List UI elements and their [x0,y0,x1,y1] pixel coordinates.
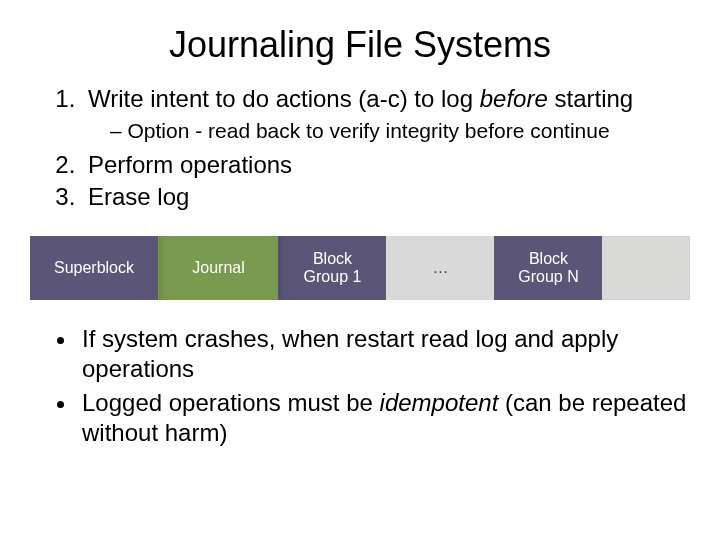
list-item-1-sub: Option - read back to verify integrity b… [88,118,690,144]
cell-block-group-1: Block Group 1 [278,236,386,300]
list-item-3: Erase log [82,182,690,212]
text-emph: idempotent [380,389,499,416]
text: Write intent to do actions (a-c) to log [88,85,480,112]
numbered-list: Write intent to do actions (a-c) to log … [30,84,690,212]
list-item-1: Write intent to do actions (a-c) to log … [82,84,690,144]
bullet-list: If system crashes, when restart read log… [30,324,690,448]
bullet-2: Logged operations must be idempotent (ca… [78,388,690,448]
text-emph: before [480,85,548,112]
text: Group 1 [304,268,362,286]
cell-tail [602,236,690,300]
slide-title: Journaling File Systems [30,24,690,66]
cell-ellipsis: … [386,236,494,300]
text: starting [548,85,633,112]
text: Logged operations must be [82,389,380,416]
list-item-2: Perform operations [82,150,690,180]
cell-block-group-n: Block Group N [494,236,602,300]
block-diagram: Superblock Journal Block Group 1 … Block… [30,236,690,300]
text: Block [529,250,568,268]
text: Group N [518,268,578,286]
cell-journal: Journal [158,236,278,300]
text: Block [313,250,352,268]
bullet-1: If system crashes, when restart read log… [78,324,690,384]
cell-superblock: Superblock [30,236,158,300]
